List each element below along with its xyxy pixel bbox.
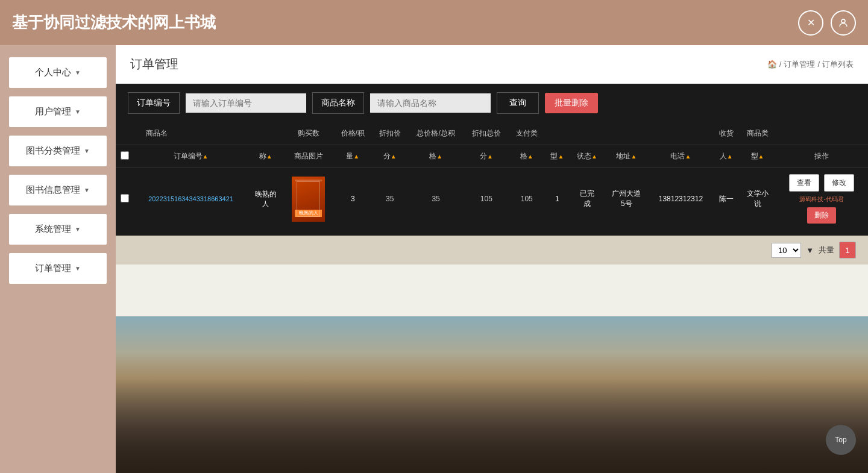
col-header-quantity: 购买数 — [284, 122, 334, 145]
scenery-buildings — [116, 352, 868, 473]
sidebar-label-book-info: 图书信息管理 — [26, 184, 80, 196]
cell-total-discount: 105 — [509, 168, 544, 230]
order-id-label: 订单编号 — [128, 92, 180, 114]
order-table-container: 商品名 购买数 价格/积 折扣价 总价格/总积 折扣总价 支付类 收货 商品类 — [116, 122, 868, 236]
th-status[interactable]: 状态▲ — [570, 145, 604, 168]
sidebar-item-personal-center[interactable]: 个人中心 ▼ — [9, 57, 107, 88]
sidebar-label-book-category: 图书分类管理 — [26, 145, 80, 157]
th-receiver[interactable]: 人▲ — [712, 145, 740, 168]
th-product-img: 商品图片 — [284, 145, 334, 168]
chevron-down-icon-2: ▼ — [84, 148, 90, 154]
sidebar-item-book-info[interactable]: 图书信息管理 ▼ — [9, 175, 107, 205]
th-order-id[interactable]: 订单编号▲ — [134, 145, 248, 168]
product-name-input[interactable] — [370, 93, 491, 113]
sidebar-item-user-management[interactable]: 用户管理 ▼ — [9, 96, 107, 127]
watermark-text: 源码科技-代码君 — [799, 195, 843, 204]
breadcrumb: 🏠 / 订单管理 / 订单列表 — [767, 59, 854, 70]
cell-receiver: 陈一 — [712, 168, 740, 230]
select-all-checkbox[interactable] — [121, 151, 129, 160]
sidebar-label-personal-center: 个人中心 — [35, 67, 71, 78]
cell-product-name: 晚熟的人 — [248, 168, 283, 230]
main-layout: 个人中心 ▼ 用户管理 ▼ 图书分类管理 ▼ 图书信息管理 ▼ 系统管理 ▼ 订… — [0, 45, 868, 473]
col-header-price-points: 价格/积 — [333, 122, 372, 145]
cell-phone: 13812312312 — [649, 168, 713, 230]
search-bar: 订单编号 商品名称 查询 批量删除 — [116, 84, 868, 122]
pagination-area: 10 20 50 ▼ 共量 1 — [116, 236, 868, 265]
th-quantity[interactable]: 量▲ — [333, 145, 372, 168]
th-product-name[interactable]: 称▲ — [248, 145, 283, 168]
main-content: 订单管理 🏠 / 订单管理 / 订单列表 订单编号 商品名称 查询 批量删除 — [116, 45, 868, 473]
scenery-background — [116, 316, 868, 473]
cell-payment-type: 1 — [544, 168, 570, 230]
order-table-body: 20223151634343318663421 晚熟的人 晚熟的人 3 35 3… — [116, 168, 868, 230]
page-header: 订单管理 🏠 / 订单管理 / 订单列表 — [116, 45, 868, 84]
sidebar-item-system[interactable]: 系统管理 ▼ — [9, 214, 107, 245]
th-total-discount[interactable]: 格▲ — [509, 145, 544, 168]
th-payment[interactable]: 型▲ — [544, 145, 570, 168]
th-total-points[interactable]: 分▲ — [464, 145, 509, 168]
product-image: 晚熟的人 — [292, 177, 325, 222]
col-header-product-name: 商品名 — [134, 122, 284, 145]
back-to-top-button[interactable]: Top — [826, 425, 856, 455]
chevron-down-icon-4: ▼ — [75, 226, 81, 233]
app-header: 基于协同过滤技术的网上书城 ✕ — [0, 0, 868, 45]
page-title: 订单管理 — [130, 56, 178, 72]
product-name-label: 商品名称 — [312, 92, 364, 114]
table-sub-header-row: 订单编号▲ 称▲ 商品图片 量▲ 分▲ 格▲ 分▲ 格▲ 型▲ 状态▲ 地址▲ … — [116, 145, 868, 168]
view-button[interactable]: 查看 — [789, 174, 819, 192]
th-checkbox — [116, 145, 134, 168]
col-header-product-type: 商品类 — [740, 122, 775, 145]
batch-delete-button[interactable]: 批量删除 — [545, 93, 598, 113]
order-table: 商品名 购买数 价格/积 折扣价 总价格/总积 折扣总价 支付类 收货 商品类 — [116, 122, 868, 230]
th-phone[interactable]: 电话▲ — [649, 145, 713, 168]
col-header-receiver: 收货 — [712, 122, 740, 145]
col-header-action — [775, 122, 868, 145]
sidebar-item-book-category[interactable]: 图书分类管理 ▼ — [9, 136, 107, 166]
cell-total: 105 — [464, 168, 509, 230]
chevron-down-icon-1: ▼ — [75, 108, 81, 115]
th-discount[interactable]: 格▲ — [407, 145, 464, 168]
col-header-payment-type: 支付类 — [509, 122, 544, 145]
chevron-down-icon-3: ▼ — [84, 187, 90, 193]
col-header-discount-price: 折扣价 — [372, 122, 407, 145]
th-action: 操作 — [775, 145, 868, 168]
cell-quantity: 3 — [333, 168, 372, 230]
page-size-arrow-icon: ▼ — [806, 246, 814, 255]
cell-price-points: 35 — [372, 168, 407, 230]
sidebar-label-system: 系统管理 — [35, 224, 71, 235]
th-address[interactable]: 地址▲ — [604, 145, 649, 168]
sidebar-item-order-management[interactable]: 订单管理 ▼ — [9, 253, 107, 284]
edit-button[interactable]: 修改 — [824, 174, 854, 192]
user-icon-button[interactable] — [831, 10, 856, 36]
col-header-phone — [649, 122, 713, 145]
cell-discount-price: 35 — [407, 168, 464, 230]
delete-button[interactable]: 删除 — [807, 207, 836, 224]
page-size-select[interactable]: 10 20 50 — [772, 243, 801, 258]
app-title: 基于协同过滤技术的网上书城 — [12, 12, 216, 33]
breadcrumb-item-2: 订单列表 — [822, 59, 854, 70]
sidebar-label-order-management: 订单管理 — [35, 263, 71, 274]
page-1-button[interactable]: 1 — [839, 242, 856, 258]
header-icon-group: ✕ — [798, 10, 856, 36]
col-header-total: 总价格/总积 — [407, 122, 464, 145]
chevron-down-icon-0: ▼ — [75, 69, 81, 76]
close-icon-button[interactable]: ✕ — [798, 10, 823, 36]
table-top-header-row: 商品名 购买数 价格/积 折扣价 总价格/总积 折扣总价 支付类 收货 商品类 — [116, 122, 868, 145]
search-button[interactable]: 查询 — [497, 92, 539, 114]
col-header-total-discount: 折扣总价 — [464, 122, 509, 145]
table-row: 20223151634343318663421 晚熟的人 晚熟的人 3 35 3… — [116, 168, 868, 230]
cell-address: 广州大道5号 — [604, 168, 649, 230]
home-icon: 🏠 — [767, 60, 777, 69]
total-label: 共量 — [819, 245, 834, 255]
th-type[interactable]: 型▲ — [740, 145, 775, 168]
cell-product-img: 晚熟的人 — [284, 168, 334, 230]
svg-point-0 — [841, 19, 845, 23]
row-checkbox[interactable] — [121, 194, 129, 202]
chevron-down-icon-5: ▼ — [75, 265, 81, 272]
order-id-input[interactable] — [186, 93, 306, 113]
col-checkbox-header — [116, 122, 134, 145]
cell-order-id: 20223151634343318663421 — [134, 168, 248, 230]
cell-actions: 查看 修改 源码科技-代码君 删除 — [775, 168, 868, 230]
cell-status: 已完成 — [570, 168, 604, 230]
th-points[interactable]: 分▲ — [372, 145, 407, 168]
